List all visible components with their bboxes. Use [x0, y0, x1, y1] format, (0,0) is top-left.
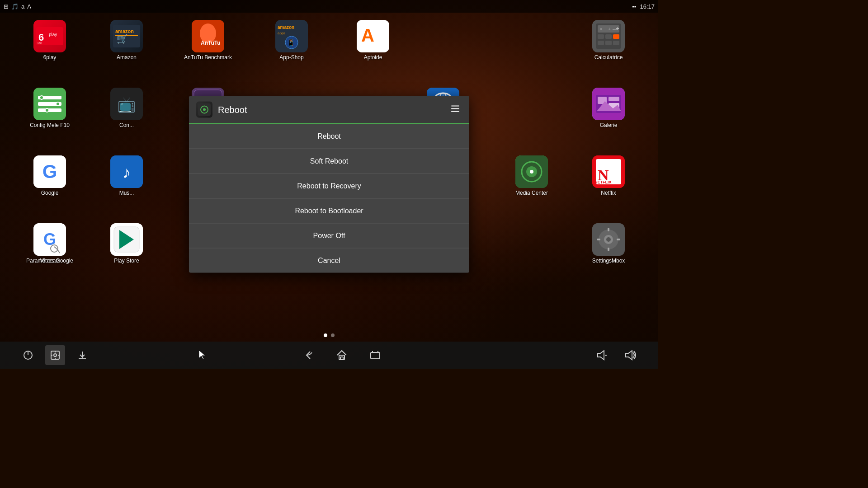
- dialog-title-area: Reboot: [196, 102, 247, 118]
- option-reboot-recovery[interactable]: Reboot to Recovery: [189, 174, 469, 199]
- svg-rect-122: [451, 111, 459, 112]
- reboot-dialog: Reboot Reboot Soft Reboot Reboot to Reco…: [189, 96, 469, 273]
- option-soft-reboot[interactable]: Soft Reboot: [189, 149, 469, 174]
- option-power-off[interactable]: Power Off: [189, 224, 469, 249]
- option-cancel[interactable]: Cancel: [189, 249, 469, 273]
- option-reboot-bootloader[interactable]: Reboot to Bootloader: [189, 199, 469, 224]
- svg-point-119: [203, 108, 206, 111]
- svg-rect-121: [451, 108, 459, 109]
- dialog-menu-button[interactable]: [448, 102, 462, 117]
- dialog-title: Reboot: [218, 104, 247, 115]
- dialog-options: Reboot Soft Reboot Reboot to Recovery Re…: [189, 124, 469, 273]
- modal-overlay[interactable]: Reboot Reboot Soft Reboot Reboot to Reco…: [0, 0, 658, 369]
- dialog-reboot-icon: [196, 102, 212, 118]
- svg-rect-120: [451, 105, 459, 106]
- dialog-header: Reboot: [189, 96, 469, 124]
- option-reboot[interactable]: Reboot: [189, 124, 469, 149]
